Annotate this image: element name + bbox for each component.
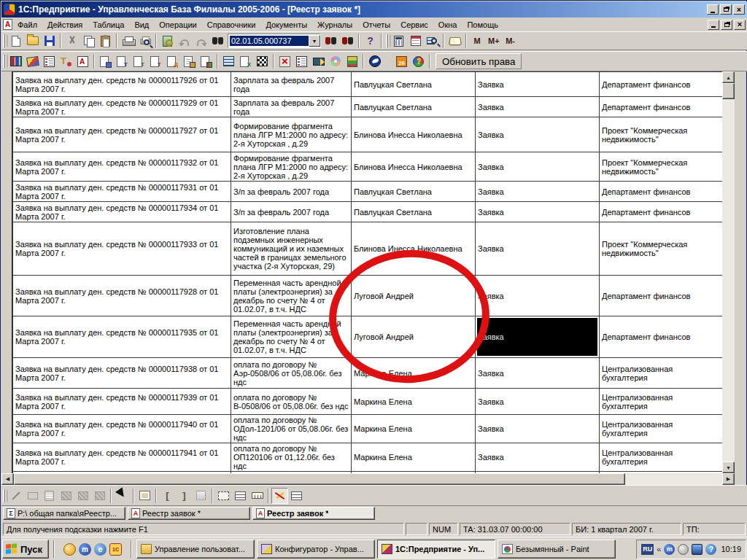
menu-item[interactable]: Вид <box>129 19 154 31</box>
tray-m-icon[interactable]: m <box>664 544 675 555</box>
table-cell[interactable]: Павлуцкая Светлана <box>352 97 476 117</box>
copy-button[interactable] <box>80 33 97 49</box>
cut-button[interactable] <box>63 33 80 49</box>
table-cell[interactable]: Переменная часть арендной платы (электро… <box>231 276 352 316</box>
minimize-button[interactable] <box>707 4 719 15</box>
mdi-minimize-button[interactable] <box>708 20 719 30</box>
print-button[interactable] <box>120 33 136 49</box>
section-open-button[interactable]: [ <box>159 488 176 504</box>
print-form-button[interactable] <box>74 53 91 69</box>
description-button[interactable] <box>446 33 463 49</box>
table-row[interactable]: Заявка на выплату ден. средств № 0000011… <box>13 202 723 222</box>
select-tool-button[interactable] <box>114 488 131 504</box>
table-cell[interactable]: Луговой Андрей <box>352 276 476 316</box>
memory-recall-button[interactable]: M <box>469 34 485 48</box>
table-cell[interactable]: Заявка на выплату ден. средств № 0000011… <box>13 152 231 182</box>
table-cell[interactable]: Зарплата за февраль 2007 года <box>231 72 352 97</box>
toolbar-grip[interactable] <box>3 34 5 47</box>
internet-button[interactable] <box>366 53 383 69</box>
scroll-down-icon[interactable]: ▼ <box>722 462 735 473</box>
table-cell[interactable]: Павлуцкая Светлана <box>352 182 476 202</box>
cd-button[interactable] <box>327 53 344 69</box>
table-cell[interactable]: Заявка <box>476 117 600 152</box>
menu-item[interactable]: Справочники <box>202 19 261 31</box>
draw-line-button[interactable] <box>7 488 24 504</box>
menu-item[interactable]: Журналы <box>312 19 357 31</box>
accounts-button[interactable] <box>7 53 24 69</box>
horizontal-scrollbar[interactable]: ◀ ▶ <box>1 473 735 485</box>
sections-button[interactable] <box>193 488 209 504</box>
table-cell[interactable]: Переменная часть арендной платы (электро… <box>231 316 352 358</box>
selected-cell[interactable]: Заявка <box>476 316 600 358</box>
table-cell[interactable]: Формирование фрагмента плана ЛГР М1:2000… <box>231 152 352 182</box>
title-bar[interactable]: 1С:Предприятие - Управленческая База Фил… <box>1 1 747 18</box>
mdi-restore-button[interactable] <box>721 20 732 30</box>
taskbar-button[interactable]: Безымянный - Paint <box>498 540 616 559</box>
update-rights-button[interactable]: Обновить права <box>436 53 522 69</box>
table-cell[interactable]: Заявка <box>476 415 600 443</box>
quick-launch-1c-icon[interactable]: 1С <box>109 543 122 556</box>
table-checkered-button[interactable] <box>254 53 271 69</box>
table-cell[interactable]: Заявка <box>476 182 600 202</box>
menu-item[interactable]: Таблица <box>88 19 129 31</box>
menu-item[interactable]: Документы <box>260 19 312 31</box>
pie-report-button[interactable] <box>410 53 427 69</box>
status-button[interactable] <box>344 53 360 69</box>
table-cell[interactable]: Заявка <box>476 72 600 97</box>
start-button[interactable]: Пуск <box>2 540 49 559</box>
find-previous-button[interactable] <box>339 33 356 49</box>
insert-object-button[interactable] <box>91 488 108 504</box>
table-row[interactable]: Заявка на выплату ден. средств № 0000011… <box>13 389 723 415</box>
find-button[interactable] <box>209 33 226 49</box>
table-cell[interactable]: Департамент финансов <box>600 72 723 97</box>
tray-help-icon[interactable]: ? <box>705 544 716 555</box>
doc-table-button[interactable] <box>97 53 114 69</box>
table-row[interactable]: Заявка на выплату ден. средств № 0000011… <box>13 443 723 472</box>
value-combobox[interactable]: 02.01.05.000737 ▼ <box>228 34 321 48</box>
table-cell[interactable]: Маркина Елена <box>352 389 476 415</box>
restore-button[interactable] <box>720 4 732 15</box>
table-row[interactable]: Заявка на выплату ден. средств № 0000011… <box>13 358 723 389</box>
table-cell[interactable]: Заявка на выплату ден. средств № 0000011… <box>13 389 231 415</box>
ruler-toggle-button[interactable] <box>249 488 266 504</box>
table-cell[interactable]: Заявка на выплату ден. средств № 0000011… <box>13 415 231 443</box>
taskbar-button[interactable]: 1С:Предприятие - Уп... <box>377 540 495 559</box>
tray-display-icon[interactable] <box>692 544 703 555</box>
video-button[interactable] <box>310 53 327 69</box>
table-cell[interactable]: Павлуцкая Светлана <box>352 202 476 222</box>
menu-item[interactable]: Файл <box>12 19 42 31</box>
table-cell[interactable]: оплата по договору № Аэр-0508/06 от 05,0… <box>231 358 352 389</box>
table-cell[interactable]: Заявка <box>476 389 600 415</box>
table-cell[interactable]: З/п за февраль 2007 года <box>231 202 352 222</box>
memory-add-button[interactable]: M+ <box>485 34 503 48</box>
tray-clock-icon[interactable] <box>678 544 689 555</box>
calendar-date-button[interactable]: 26 <box>393 53 410 69</box>
combobox-dropdown-icon[interactable]: ▼ <box>309 35 320 47</box>
query-button[interactable] <box>424 33 441 49</box>
scroll-up-icon[interactable]: ▲ <box>722 71 735 83</box>
draw-text-button[interactable] <box>41 488 58 504</box>
menu-item[interactable]: Операции <box>154 19 201 31</box>
toolbar-grip[interactable] <box>3 489 5 502</box>
table-cell[interactable]: оплата по договору № ОП120106 от 01,12.0… <box>231 443 352 472</box>
taskbar-button[interactable]: Управление пользоват... <box>136 540 255 559</box>
frame-button[interactable] <box>136 488 153 504</box>
quick-launch-clock-icon[interactable] <box>63 543 76 556</box>
table-cell[interactable]: Департамент финансов <box>600 202 723 222</box>
horizontal-scroll-thumb[interactable] <box>14 473 625 485</box>
mdi-tab[interactable]: АРеестр заявок * <box>128 507 250 520</box>
menu-item[interactable]: Действия <box>42 19 88 31</box>
menu-item[interactable]: Окна <box>433 19 462 31</box>
insert-diagram-button[interactable] <box>74 488 91 504</box>
doc-t3-button[interactable]: T <box>147 53 164 69</box>
table-cell[interactable]: Заявка <box>476 358 600 389</box>
table-cell[interactable]: Маркина Елена <box>352 358 476 389</box>
doc-t1-button[interactable]: T <box>114 53 131 69</box>
table-row[interactable]: Заявка на выплату ден. средств № 0000011… <box>13 415 723 443</box>
table-cell[interactable]: З/п за февраль 2007 года <box>231 182 352 202</box>
menu-item[interactable]: Сервис <box>395 19 433 31</box>
doc-d-button[interactable]: Д <box>164 53 181 69</box>
table-cell[interactable]: Маркина Елена <box>352 415 476 443</box>
toolbar-grip[interactable] <box>386 34 388 47</box>
memory-subtract-button[interactable]: M- <box>503 34 519 48</box>
